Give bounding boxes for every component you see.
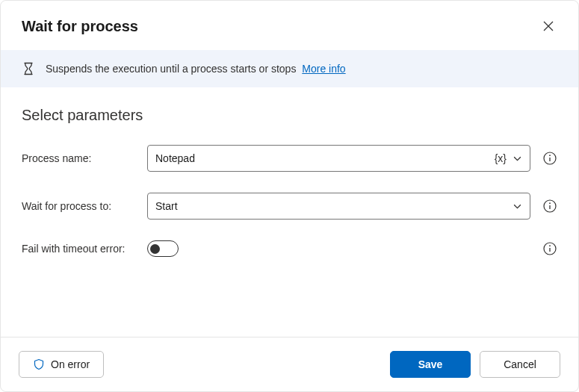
save-label: Save — [418, 358, 443, 370]
process-name-value: Notepad — [155, 152, 495, 164]
wait-for-info[interactable] — [542, 199, 557, 214]
timeout-info[interactable] — [542, 241, 557, 256]
cancel-label: Cancel — [504, 358, 536, 370]
variable-icon[interactable]: {x} — [495, 152, 507, 164]
close-icon — [543, 21, 554, 31]
info-icon — [543, 152, 557, 165]
info-icon — [543, 242, 557, 255]
banner-description: Suspends the execution until a process s… — [46, 63, 296, 75]
svg-point-5 — [549, 245, 551, 246]
process-name-row: Process name: Notepad {x} — [22, 145, 557, 172]
more-info-link[interactable]: More info — [302, 63, 345, 75]
wait-for-value: Start — [155, 200, 513, 212]
info-banner: Suspends the execution until a process s… — [1, 50, 578, 87]
dialog-header: Wait for process — [1, 1, 578, 50]
dialog-footer: On error Save Cancel — [1, 337, 578, 391]
wait-for-select[interactable]: Start — [147, 193, 530, 220]
wait-for-process-dialog: Wait for process Suspends the execution … — [0, 0, 579, 392]
timeout-row: Fail with timeout error: — [22, 240, 557, 257]
chevron-down-icon[interactable] — [513, 154, 522, 164]
process-name-label: Process name: — [22, 152, 147, 164]
wait-for-label: Wait for process to: — [22, 200, 147, 212]
save-button[interactable]: Save — [390, 351, 471, 378]
on-error-button[interactable]: On error — [19, 351, 104, 378]
timeout-toggle[interactable] — [147, 240, 179, 257]
timeout-label: Fail with timeout error: — [22, 243, 147, 255]
process-name-info[interactable] — [542, 151, 557, 166]
hourglass-icon — [22, 62, 35, 75]
toggle-knob — [150, 244, 160, 254]
cancel-button[interactable]: Cancel — [480, 351, 560, 378]
dialog-title: Wait for process — [22, 18, 138, 35]
banner-text: Suspends the execution until a process s… — [46, 63, 346, 75]
on-error-label: On error — [51, 358, 90, 370]
dialog-body: Select parameters Process name: Notepad … — [1, 87, 578, 337]
shield-icon — [33, 358, 45, 370]
wait-for-row: Wait for process to: Start — [22, 193, 557, 220]
svg-point-1 — [549, 155, 551, 156]
section-title: Select parameters — [22, 107, 557, 124]
svg-point-3 — [549, 202, 551, 204]
process-name-combo[interactable]: Notepad {x} — [147, 145, 530, 172]
info-icon — [543, 199, 557, 213]
close-button[interactable] — [536, 14, 560, 38]
chevron-down-icon[interactable] — [513, 202, 522, 211]
